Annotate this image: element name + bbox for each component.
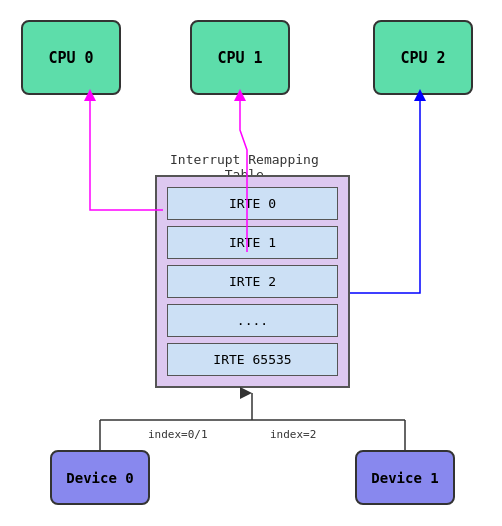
cpu-0-label: CPU 0 <box>48 49 93 67</box>
index-label-0: index=0/1 <box>148 428 208 441</box>
irte-row-0: IRTE 0 <box>167 187 338 220</box>
cpu-0-box: CPU 0 <box>21 20 121 95</box>
device-1-label: Device 1 <box>371 470 438 486</box>
arrow-irte0-cpu0 <box>90 95 163 210</box>
irte-row-1: IRTE 1 <box>167 226 338 259</box>
irte-row-dots: .... <box>167 304 338 337</box>
irte-row-65535: IRTE 65535 <box>167 343 338 376</box>
irte-table: IRTE 0 IRTE 1 IRTE 2 .... IRTE 65535 <box>155 175 350 388</box>
cpu-2-box: CPU 2 <box>373 20 473 95</box>
device-1-box: Device 1 <box>355 450 455 505</box>
arrow-irte2-cpu2 <box>350 95 420 293</box>
index-label-2: index=2 <box>270 428 316 441</box>
cpu-1-label: CPU 1 <box>217 49 262 67</box>
cpu-1-box: CPU 1 <box>190 20 290 95</box>
irte-row-2: IRTE 2 <box>167 265 338 298</box>
cpu-2-label: CPU 2 <box>400 49 445 67</box>
device-0-box: Device 0 <box>50 450 150 505</box>
device-0-label: Device 0 <box>66 470 133 486</box>
